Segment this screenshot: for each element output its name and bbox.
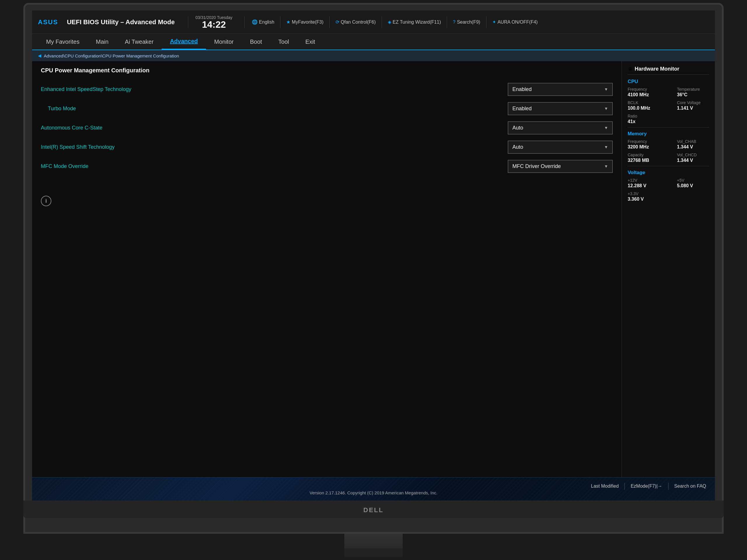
hw-mem-frequency: Frequency 3200 MHz [628,139,660,150]
hw-volt-33v: +3.3V 3.360 V [628,191,660,202]
hw-volt-33v-value: 3.360 V [628,196,660,202]
monitor-bezel-bottom: DELL [23,501,724,518]
hw-mem-row1: Frequency 3200 MHz Vol_CHAB 1.344 V [628,139,709,150]
wizard-icon: ◈ [388,19,391,25]
breadcrumb: ◀ Advanced\CPU Configuration\CPU Power M… [32,50,715,61]
dropdown-arrow-cstate: ▼ [604,126,608,130]
setting-row-cstate: Autonomous Core C-State Auto ▼ [41,121,613,135]
aura-icon: ✦ [492,19,496,25]
hw-mem-volchcd-value: 1.344 V [677,158,709,163]
qfan-button[interactable]: ⟳ Qfan Control(F6) [336,19,376,25]
hw-cpu-core-voltage: Core Voltage 1.141 V [677,100,709,111]
bottom-divider-2 [668,483,669,490]
dropdown-arrow-mfc: ▼ [604,164,608,168]
nav-tool[interactable]: Tool [270,34,297,50]
hw-mem-freq-label: Frequency [628,139,660,144]
dell-logo: DELL [363,506,383,514]
search-faq-button[interactable]: Search on FAQ [674,484,706,489]
nav-boot[interactable]: Boot [242,34,270,50]
setting-label-mfc: MFC Mode Override [41,163,508,169]
hw-mem-volchab-value: 1.344 V [677,144,709,150]
myfavorite-button[interactable]: ★ MyFavorite(F3) [286,19,323,25]
setting-row-turbo: Turbo Mode Enabled ▼ [41,101,613,116]
setting-label-speedshift: Intel(R) Speed Shift Technology [41,144,508,150]
setting-dropdown-speedstep[interactable]: Enabled ▼ [508,83,613,96]
setting-dropdown-turbo[interactable]: Enabled ▼ [508,102,613,115]
hw-cpu-corevolt-label: Core Voltage [677,100,709,105]
setting-dropdown-speedshift[interactable]: Auto ▼ [508,140,613,154]
nav-advanced[interactable]: Advanced [162,34,206,50]
nav-exit[interactable]: Exit [297,34,323,50]
hw-cpu-section-title: CPU [628,79,709,85]
setting-row-mfc: MFC Mode Override MFC Driver Override ▼ [41,159,613,174]
info-icon[interactable]: i [41,196,51,206]
hw-cpu-row2: BCLK 100.0 MHz Core Voltage 1.141 V [628,100,709,111]
breadcrumb-text: Advanced\CPU Configuration\CPU Power Man… [44,53,179,58]
hw-volt-row1: +12V 12.288 V +5V 5.080 V [628,178,709,188]
hw-mem-vol-chcd: Vol_CHCD 1.344 V [677,153,709,163]
version-text: Version 2.17.1246. Copyright (C) 2019 Am… [310,490,438,495]
language-button[interactable]: 🌐 English [252,19,274,25]
ez-tuning-button[interactable]: ◈ EZ Tuning Wizard(F11) [388,19,441,25]
dropdown-value-mfc: MFC Driver Override [512,163,561,169]
dropdown-value-speedshift: Auto [512,144,523,150]
bios-title: UEFI BIOS Utility – Advanced Mode [67,18,175,26]
hw-cpu-temp-label: Temperature [677,87,709,91]
hw-monitor-title: Hardware Monitor [635,66,679,72]
datetime-block: 03/31/2020 Tuesday 14:22 [196,15,233,29]
time-display: 14:22 [202,20,226,29]
setting-label-speedstep: Enhanced Intel SpeedStep Technology [41,86,508,92]
setting-label-turbo: Turbo Mode [41,106,508,112]
hw-cpu-freq-value: 4100 MHz [628,92,660,98]
hw-divider-1 [628,127,709,128]
hw-cpu-ratio: Ratio 41x [628,114,660,124]
hw-mem-vol-chab: Vol_CHAB 1.344 V [677,139,709,150]
monitor-stand [344,534,403,557]
hw-monitor-header: 🖥 Hardware Monitor [628,66,709,75]
hw-cpu-row1: Frequency 4100 MHz Temperature 36°C [628,87,709,98]
section-title: CPU Power Management Configuration [41,67,613,76]
monitor-base-area [23,534,724,557]
hw-cpu-row3: Ratio 41x [628,114,709,124]
ez-mode-button[interactable]: EzMode(F7)|→ [630,484,662,489]
dropdown-value-turbo: Enabled [512,106,532,112]
aura-button[interactable]: ✦ AURA ON/OFF(F4) [492,19,538,25]
dropdown-arrow-speedshift: ▼ [604,145,608,149]
top-bar: ASUS UEFI BIOS Utility – Advanced Mode 0… [32,10,715,34]
hw-memory-section-title: Memory [628,131,709,137]
setting-label-cstate: Autonomous Core C-State [41,125,508,131]
hw-cpu-bclk-value: 100.0 MHz [628,106,660,111]
bottom-status-row: Last Modified EzMode(F7)|→ Search on FAQ [32,483,715,490]
setting-dropdown-cstate[interactable]: Auto ▼ [508,121,613,134]
monitor-base [344,548,403,557]
hw-volt-5v: +5V 5.080 V [677,178,709,188]
hw-monitor-panel: 🖥 Hardware Monitor CPU Frequency 4100 MH… [621,61,715,477]
setting-row-speedshift: Intel(R) Speed Shift Technology Auto ▼ [41,140,613,154]
hw-volt-5v-value: 5.080 V [677,183,709,188]
bottom-divider-1 [624,483,625,490]
hw-mem-volchcd-label: Vol_CHCD [677,153,709,157]
hw-cpu-ratio-value: 41x [628,119,660,124]
hw-cpu-bclk: BCLK 100.0 MHz [628,100,660,111]
setting-dropdown-mfc[interactable]: MFC Driver Override ▼ [508,160,613,173]
hw-mem-capacity: Capacity 32768 MB [628,153,660,163]
nav-main[interactable]: Main [87,34,117,50]
hw-mem-capacity-value: 32768 MB [628,158,660,163]
nav-monitor[interactable]: Monitor [206,34,242,50]
hw-cpu-ratio-label: Ratio [628,114,660,118]
nav-menu: My Favorites Main Ai Tweaker Advanced Mo… [32,34,715,50]
setting-row-speedstep: Enhanced Intel SpeedStep Technology Enab… [41,82,613,97]
dropdown-value-cstate: Auto [512,125,523,131]
hw-volt-12v-value: 12.288 V [628,183,660,188]
hw-mem-freq-value: 3200 MHz [628,144,660,150]
hw-cpu-bclk-label: BCLK [628,100,660,105]
hw-cpu-freq-label: Frequency [628,87,660,91]
hw-cpu-corevolt-value: 1.141 V [677,106,709,111]
main-content: CPU Power Management Configuration Enhan… [32,61,715,477]
nav-aitweaker[interactable]: Ai Tweaker [117,34,162,50]
hw-cpu-temperature: Temperature 36°C [677,87,709,98]
search-button[interactable]: ? Search(F9) [453,20,480,25]
monitor-icon: 🖥 [628,66,632,72]
nav-myfavorites[interactable]: My Favorites [38,34,87,50]
hw-cpu-frequency: Frequency 4100 MHz [628,87,660,98]
